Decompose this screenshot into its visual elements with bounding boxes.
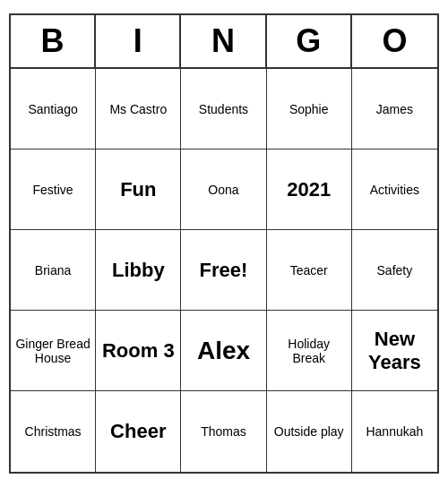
cell-r2-c3: Teacer bbox=[267, 230, 352, 311]
cell-r3-c3: Holiday Break bbox=[267, 311, 352, 391]
cell-r0-c3: Sophie bbox=[267, 69, 352, 150]
cell-r0-c0: Santiago bbox=[11, 69, 96, 150]
bingo-grid: SantiagoMs CastroStudentsSophieJamesFest… bbox=[11, 69, 437, 472]
cell-r2-c2: Free! bbox=[181, 230, 266, 311]
cell-r4-c1: Cheer bbox=[96, 391, 181, 472]
cell-r4-c4: Hannukah bbox=[352, 391, 437, 472]
header-letter: G bbox=[267, 15, 352, 67]
cell-r3-c4: New Years bbox=[352, 311, 437, 391]
cell-r1-c1: Fun bbox=[96, 150, 181, 230]
bingo-card: BINGO SantiagoMs CastroStudentsSophieJam… bbox=[9, 13, 439, 474]
cell-r3-c2: Alex bbox=[181, 311, 266, 391]
cell-r4-c3: Outside play bbox=[267, 391, 352, 472]
header-letter: N bbox=[181, 15, 266, 67]
cell-r1-c4: Activities bbox=[352, 150, 437, 230]
cell-r3-c1: Room 3 bbox=[96, 311, 181, 391]
bingo-header: BINGO bbox=[11, 15, 437, 69]
cell-r0-c4: James bbox=[352, 69, 437, 150]
cell-r2-c0: Briana bbox=[11, 230, 96, 311]
cell-r2-c4: Safety bbox=[352, 230, 437, 311]
header-letter: I bbox=[96, 15, 181, 67]
cell-r0-c1: Ms Castro bbox=[96, 69, 181, 150]
cell-r1-c2: Oona bbox=[181, 150, 266, 230]
cell-r2-c1: Libby bbox=[96, 230, 181, 311]
cell-r3-c0: Ginger Bread House bbox=[11, 311, 96, 391]
cell-r1-c3: 2021 bbox=[267, 150, 352, 230]
cell-r4-c2: Thomas bbox=[181, 391, 266, 472]
header-letter: B bbox=[11, 15, 96, 67]
cell-r0-c2: Students bbox=[181, 69, 266, 150]
cell-r1-c0: Festive bbox=[11, 150, 96, 230]
cell-r4-c0: Christmas bbox=[11, 391, 96, 472]
header-letter: O bbox=[352, 15, 437, 67]
